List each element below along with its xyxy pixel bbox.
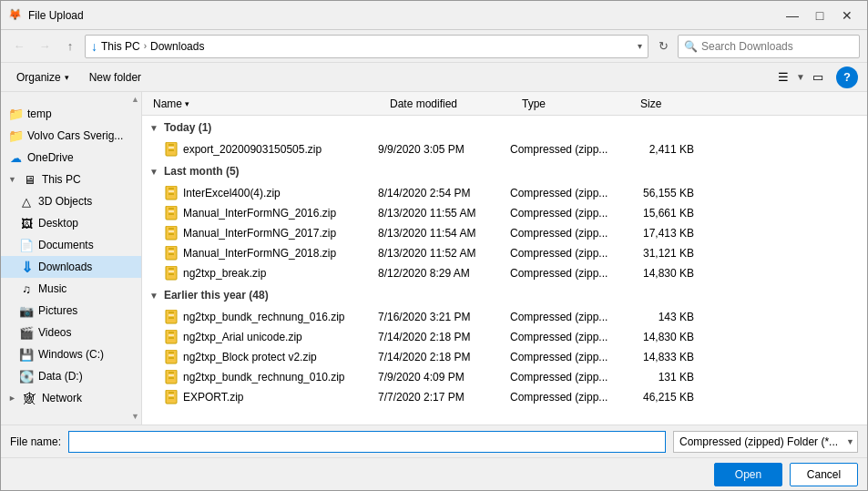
close-button[interactable]: ✕ [834,5,860,26]
svg-rect-22 [168,271,174,272]
new-folder-button[interactable]: New folder [83,66,148,88]
sidebar-label-datad: Data (D:) [38,370,83,383]
file-name-cell: ng2txp_break.zip [164,266,378,281]
file-size: 31,121 KB [628,247,701,260]
view-dropdown-arrow[interactable]: ▼ [796,72,805,82]
file-name: Manual_InterFormNG_2018.zip [183,247,336,260]
table-row[interactable]: EXPORT.zip 7/7/2020 2:17 PM Compressed (… [142,387,867,407]
group-header[interactable]: ▼Last month (5) [142,159,867,183]
file-size: 17,413 KB [628,227,701,240]
file-name-cell: Manual_InterFormNG_2017.zip [164,226,378,240]
table-row[interactable]: Manual_InterFormNG_2016.zip 8/13/2020 11… [142,203,867,223]
table-row[interactable]: Manual_InterFormNG_2017.zip 8/13/2020 11… [142,223,867,243]
table-row[interactable]: ng2txp_bundk_rechnung_016.zip 7/16/2020 … [142,307,867,327]
table-row[interactable]: ng2txp_Block protect v2.zip 7/14/2020 2:… [142,347,867,367]
pictures-icon: 📷 [19,303,34,318]
scroll-down-arrow[interactable]: ▼ [131,412,139,421]
table-row[interactable]: ng2txp_Arial unicode.zip 7/14/2020 2:18 … [142,327,867,347]
group-header[interactable]: ▼Today (1) [142,116,867,139]
table-row[interactable]: ng2txp_bundk_rechnung_010.zip 7/9/2020 4… [142,367,867,387]
svg-rect-15 [168,233,174,235]
help-button[interactable]: ? [836,66,858,88]
sidebar-item-pictures[interactable]: 📷 Pictures [1,300,141,322]
sidebar-item-documents[interactable]: 📄 Documents [1,234,141,256]
col-header-type[interactable]: Type [518,97,637,110]
documents-icon: 📄 [19,238,34,252]
open-button[interactable]: Open [714,463,782,486]
address-chevron[interactable]: ▾ [638,41,642,51]
address-bar[interactable]: ↓ This PC › Downloads ▾ [85,35,648,58]
sidebar-item-windowsc[interactable]: 💾 Windows (C:) [1,343,141,365]
table-row[interactable]: export_20200903150505.zip 9/9/2020 3:05 … [142,139,867,159]
col-size-label: Size [640,97,661,110]
sidebar-label-3dobjects: 3D Objects [38,195,92,208]
sidebar-item-temp[interactable]: 📁 temp [1,103,141,125]
sidebar-item-volvo[interactable]: 📁 Volvo Cars Sverig... [1,125,141,147]
svg-rect-13 [168,228,174,230]
file-type: Compressed (zipp... [510,187,628,199]
file-name: ng2txp_Block protect v2.zip [183,351,317,363]
file-name-cell: export_20200903150505.zip [164,142,378,157]
search-input[interactable] [701,40,853,53]
file-date: 7/14/2020 2:18 PM [378,331,510,343]
maximize-button[interactable]: □ [807,5,832,26]
svg-rect-17 [168,248,174,250]
svg-rect-41 [168,392,174,394]
cube-icon: △ [19,194,34,209]
scroll-up-arrow[interactable]: ▲ [131,95,139,104]
expand-arrow: ▼ [8,175,16,184]
svg-rect-14 [168,230,174,232]
sidebar-item-datad[interactable]: 💽 Data (D:) [1,365,141,387]
minimize-button[interactable]: — [780,5,805,26]
sidebar-item-music[interactable]: ♫ Music [1,278,141,300]
organize-button[interactable]: Organize ▾ [10,66,76,88]
search-box[interactable]: 🔍 [678,35,860,58]
sidebar-label-thispc: This PC [42,173,81,186]
sidebar: ▲ 📁 temp 📁 Volvo Cars Sverig... ☁ OneDri… [1,92,142,425]
sidebar-item-thispc[interactable]: ▼ 🖥 This PC [1,169,141,190]
up-button[interactable]: ↑ [59,36,81,57]
path-root: This PC [101,40,140,53]
forward-button[interactable]: → [34,36,56,57]
table-row[interactable]: Manual_InterFormNG_2018.zip 8/13/2020 11… [142,243,867,263]
svg-rect-11 [168,213,174,215]
file-date: 8/13/2020 11:52 AM [378,247,510,260]
file-name-cell: InterExcel400(4).zip [164,186,378,200]
col-header-name[interactable]: Name ▾ [149,97,386,110]
sidebar-scroll-bottom: ▼ [1,409,141,424]
file-type-select[interactable]: Compressed (zipped) Folder (*... All Fil… [673,431,858,453]
zip-file-icon [164,310,179,324]
preview-view-button[interactable]: ▭ [807,66,829,88]
organize-arrow: ▾ [65,73,69,82]
file-name: EXPORT.zip [183,391,243,404]
group-expand-arrow: ▼ [149,123,158,133]
file-date: 7/7/2020 2:17 PM [378,391,510,404]
col-header-date[interactable]: Date modified [386,97,518,110]
col-header-size[interactable]: Size [637,97,710,110]
sidebar-item-desktop[interactable]: 🖼 Desktop [1,212,141,234]
file-upload-dialog: 🦊 File Upload — □ ✕ ← → ↑ ↓ This PC › Do… [0,0,868,491]
svg-rect-35 [168,357,174,359]
file-type-wrapper: Compressed (zipped) Folder (*... All Fil… [673,431,858,453]
refresh-button[interactable]: ↻ [652,36,674,57]
group-header[interactable]: ▼Earlier this year (48) [142,283,867,307]
sidebar-label-music: Music [38,282,66,295]
table-row[interactable]: InterExcel400(4).zip 8/14/2020 2:54 PM C… [142,183,867,203]
address-icon: ↓ [91,39,97,54]
file-name-input[interactable] [68,431,666,453]
file-name-cell: Manual_InterFormNG_2018.zip [164,246,378,261]
sidebar-item-onedrive[interactable]: ☁ OneDrive [1,147,141,169]
back-button[interactable]: ← [8,36,30,57]
file-type: Compressed (zipp... [510,391,628,404]
sidebar-item-downloads[interactable]: ⇓ Downloads [1,256,141,278]
details-view-button[interactable]: ☰ [772,66,794,88]
zip-file-icon [164,330,179,344]
sidebar-item-3dobjects[interactable]: △ 3D Objects [1,190,141,212]
table-row[interactable]: ng2txp_break.zip 8/12/2020 8:29 AM Compr… [142,263,867,283]
sidebar-item-videos[interactable]: 🎬 Videos [1,322,141,343]
cancel-button[interactable]: Cancel [790,463,858,486]
group-label: Today (1) [164,121,211,134]
col-name-label: Name [153,97,182,110]
file-list[interactable]: ▼Today (1) export_20200903150505.zip 9/9… [142,116,867,425]
sidebar-item-network[interactable]: ► 🕸 Network [1,387,141,409]
